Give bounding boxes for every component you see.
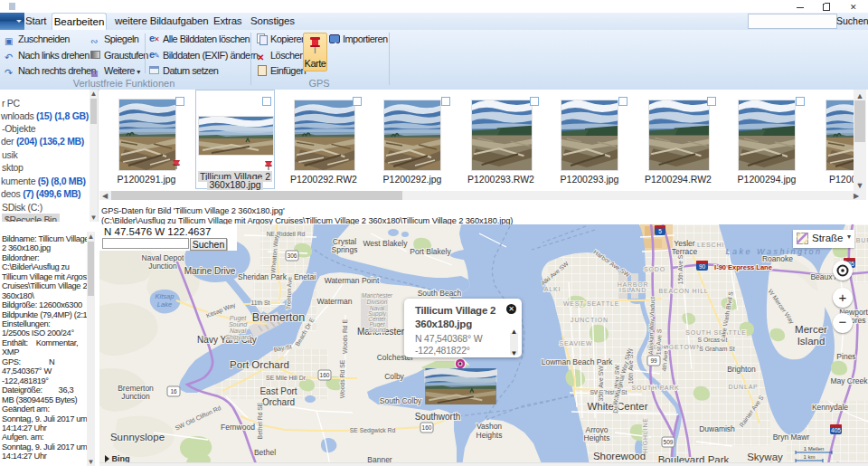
- svg-text:JUNCTION: JUNCTION: [571, 317, 609, 323]
- svg-text:Heights: Heights: [584, 433, 610, 442]
- svg-text:160: 160: [320, 372, 330, 378]
- svg-text:99: 99: [650, 357, 657, 364]
- svg-text:15th Ave S: 15th Ave S: [677, 254, 684, 284]
- svg-text:DUNLAP: DUNLAP: [728, 384, 758, 390]
- svg-text:May Creek: May Creek: [830, 376, 868, 385]
- svg-text:Kitsap: Kitsap: [156, 292, 175, 300]
- svg-text:Sheridan Park: Sheridan Park: [238, 272, 288, 281]
- svg-text:Bethel Rd SE: Bethel Rd SE: [257, 402, 263, 439]
- svg-text:405: 405: [831, 427, 841, 433]
- svg-text:Mercer: Mercer: [795, 324, 827, 335]
- svg-text:Heights: Heights: [476, 431, 503, 440]
- svg-text:Colby: Colby: [384, 372, 404, 381]
- svg-text:BEACON HILL: BEACON HILL: [658, 288, 708, 294]
- svg-text:35th Ave SW: 35th Ave SW: [598, 366, 604, 402]
- svg-text:Vashon: Vashon: [476, 422, 502, 431]
- svg-text:Duwamish: Duwamish: [699, 424, 735, 433]
- svg-text:Woods Rd E: Woods Rd E: [342, 319, 348, 354]
- svg-text:Island: Island: [797, 336, 826, 347]
- svg-text:Lowman Beach Park: Lowman Beach Park: [542, 357, 613, 366]
- svg-text:HIGHLINE: HIGHLINE: [642, 417, 648, 452]
- svg-text:SOUTH SEATTLE: SOUTH SEATTLE: [685, 329, 746, 336]
- svg-text:West Blakely: West Blakely: [363, 239, 409, 248]
- svg-text:Southworth: Southworth: [415, 412, 461, 422]
- svg-text:Port Blakely: Port Blakely: [410, 247, 451, 256]
- svg-text:ALKI: ALKI: [544, 286, 561, 292]
- svg-text:Lake Washington: Lake Washington: [726, 247, 823, 256]
- svg-text:East Port: East Port: [259, 386, 297, 396]
- svg-text:Sound: Sound: [229, 321, 248, 328]
- svg-text:Bryn Mawr: Bryn Mawr: [773, 433, 810, 442]
- svg-text:306: 306: [288, 252, 297, 259]
- svg-text:Trenton Ave: Trenton Ave: [285, 276, 292, 309]
- svg-text:Orchard: Orchard: [262, 397, 295, 407]
- svg-text:Sound: Sound: [369, 327, 386, 333]
- svg-text:Skyway: Skyway: [747, 452, 783, 462]
- svg-text:SEAVIEW: SEAVIEW: [560, 340, 593, 347]
- svg-text:Manchester: Manchester: [362, 292, 393, 299]
- svg-text:16: 16: [170, 388, 177, 395]
- svg-text:1st Ave S: 1st Ave S: [656, 328, 663, 355]
- svg-text:S Graham St: S Graham St: [699, 346, 734, 352]
- svg-text:SODO: SODO: [644, 266, 665, 272]
- svg-text:South Colby: South Colby: [380, 396, 422, 405]
- svg-text:Fernwood: Fernwood: [221, 423, 255, 432]
- svg-text:Naval: Naval: [230, 328, 246, 334]
- svg-text:I-90 Express Lane: I-90 Express Lane: [714, 263, 772, 271]
- svg-text:Lake: Lake: [157, 300, 172, 309]
- svg-text:Marine Drive: Marine Drive: [184, 266, 236, 276]
- svg-text:SE Sedgwick Rd: SE Sedgwick Rd: [350, 427, 396, 434]
- svg-text:Bethel: Bethel: [254, 448, 276, 457]
- svg-text:1 Meilen: 1 Meilen: [804, 446, 825, 452]
- svg-text:Port Orchard: Port Orchard: [230, 359, 289, 370]
- svg-text:Junction: Junction: [148, 262, 177, 271]
- svg-text:Brighton: Brighton: [727, 365, 756, 374]
- svg-text:509: 509: [664, 439, 674, 445]
- svg-text:Woods Rd SE: Woods Rd SE: [339, 359, 345, 398]
- svg-text:Junction: Junction: [121, 392, 150, 401]
- svg-text:Bremerton: Bremerton: [252, 311, 305, 324]
- svg-text:5: 5: [658, 228, 662, 234]
- svg-text:LESCHI: LESCHI: [697, 242, 724, 248]
- svg-text:Waterman: Waterman: [317, 297, 353, 306]
- svg-text:Waterman Point: Waterman Point: [325, 276, 380, 285]
- svg-text:Springs: Springs: [332, 245, 358, 254]
- svg-text:Enetai: Enetai: [294, 272, 316, 281]
- svg-text:Division: Division: [367, 299, 388, 305]
- svg-text:SE Mile Hill Dr: SE Mile Hill Dr: [266, 375, 307, 381]
- svg-text:SOUTH PARK: SOUTH PARK: [632, 385, 680, 391]
- svg-text:90: 90: [699, 263, 706, 270]
- svg-text:Pines: Pines: [836, 352, 855, 361]
- svg-text:ISLAND: ISLAND: [619, 287, 646, 293]
- svg-text:South Beach: South Beach: [418, 289, 462, 298]
- svg-text:Shipyard: Shipyard: [225, 334, 251, 341]
- svg-text:Sunnyslope: Sunnyslope: [110, 432, 165, 442]
- svg-text:160: 160: [422, 424, 432, 431]
- svg-text:1 km: 1 km: [803, 454, 815, 460]
- svg-text:Terrace: Terrace: [672, 247, 698, 256]
- svg-text:Kennydale: Kennydale: [812, 403, 848, 412]
- svg-text:11th St: 11th St: [250, 300, 269, 306]
- svg-text:Shorewood: Shorewood: [593, 451, 646, 461]
- svg-text:WEST SEATTLE: WEST SEATTLE: [563, 300, 619, 307]
